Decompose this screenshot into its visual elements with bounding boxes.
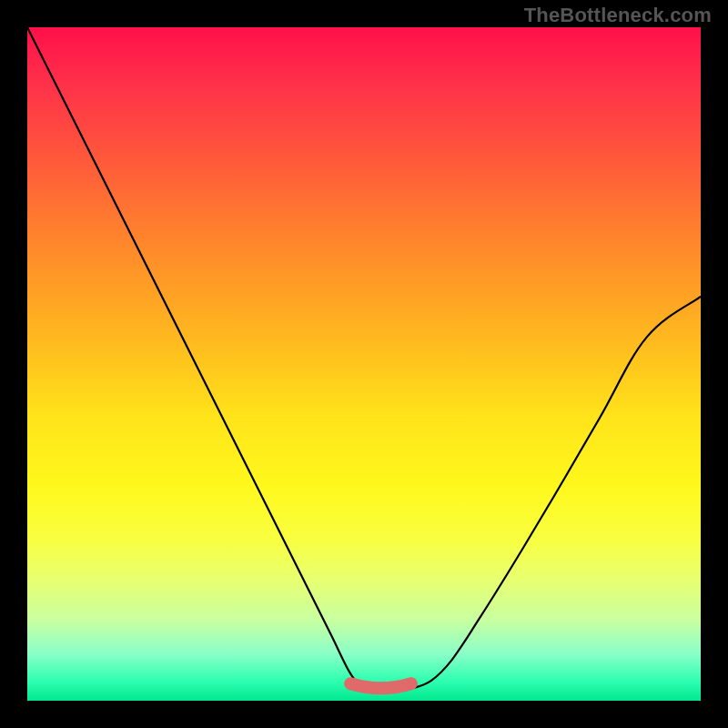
plot-area [27, 27, 701, 701]
chart-frame: TheBottleneck.com [0, 0, 728, 728]
curve-layer [27, 27, 701, 701]
bottleneck-curve [27, 27, 701, 691]
watermark-text: TheBottleneck.com [524, 4, 712, 27]
flat-bottom-marker [350, 683, 411, 688]
